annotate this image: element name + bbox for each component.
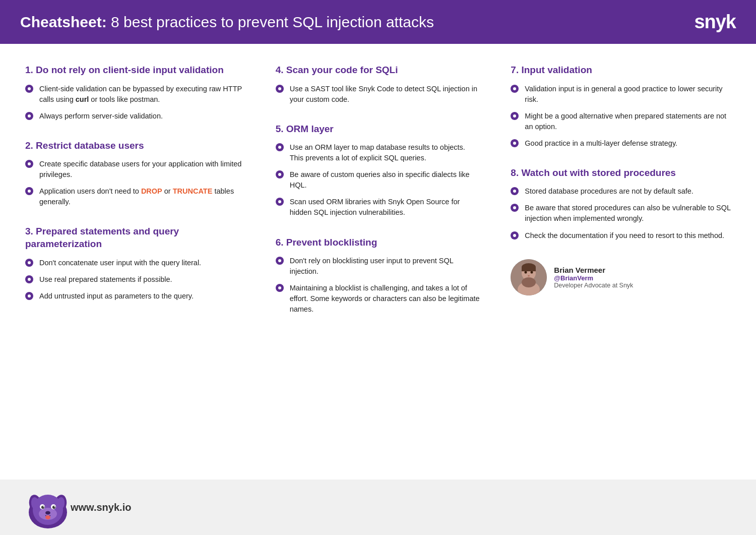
bullet-text: Don't rely on blocklisting user input to… [290, 256, 481, 277]
section-8-title: 8. Watch out with stored procedures [511, 167, 731, 180]
svg-point-18 [41, 506, 44, 509]
header-title-bold: Cheatsheet: [20, 14, 107, 30]
section-5: 5. ORM layer Use an ORM layer to map dat… [276, 123, 481, 218]
svg-rect-8 [522, 267, 536, 271]
bullet-dot [511, 231, 519, 240]
list-item: Always perform server-side validation. [25, 111, 245, 122]
bullet-dot [25, 160, 33, 168]
footer-url: www.snyk.io [71, 502, 131, 513]
highlight-curl: curl [76, 95, 89, 103]
bullet-dot [25, 85, 33, 93]
list-item: Stored database procedures are not by de… [511, 186, 731, 197]
section-5-bullets: Use an ORM layer to map database results… [276, 142, 481, 218]
bullet-dot [25, 275, 33, 283]
svg-point-22 [45, 511, 50, 515]
section-2: 2. Restrict database users Create specif… [25, 140, 245, 208]
section-7: 7. Input validation Validation input is … [511, 64, 731, 149]
snyk-logo: snyk [694, 11, 736, 33]
section-1-bullets: Client-side validation can be bypassed b… [25, 84, 245, 122]
bullet-text: Good practice in a multi-layer defense s… [525, 138, 677, 149]
bullet-dot [25, 259, 33, 267]
bullet-text: Validation input is in general a good pr… [525, 84, 731, 105]
svg-point-4 [525, 271, 527, 273]
bullet-dot [276, 85, 284, 93]
bullet-text: Might be a good alternative when prepare… [525, 111, 731, 132]
author-info: Brian Vermeer @BrianVerm Developer Advoc… [554, 266, 633, 289]
section-2-title: 2. Restrict database users [25, 140, 245, 152]
list-item: Validation input is in general a good pr… [511, 84, 731, 105]
list-item: Maintaining a blocklist is challenging, … [276, 283, 481, 315]
list-item: Client-side validation can be bypassed b… [25, 84, 245, 105]
bullet-dot [511, 112, 519, 120]
section-3: 3. Prepared statements and query paramet… [25, 225, 245, 301]
author-handle: @BrianVerm [554, 274, 633, 282]
highlight-drop: DROP [141, 187, 162, 195]
list-item: Scan used ORM libraries with Snyk Open S… [276, 197, 481, 218]
svg-point-20 [43, 506, 44, 507]
page-header: Cheatsheet: 8 best practices to prevent … [0, 0, 756, 44]
svg-point-21 [54, 506, 55, 507]
section-1: 1. Do not rely on client-side input vali… [25, 64, 245, 122]
bullet-dot [511, 204, 519, 212]
bullet-text: Client-side validation can be bypassed b… [39, 84, 245, 105]
bullet-dot [25, 112, 33, 120]
list-item: Be aware that stored procedures can also… [511, 203, 731, 224]
list-item: Use real prepared statements if possible… [25, 274, 245, 285]
bullet-text: Scan used ORM libraries with Snyk Open S… [290, 197, 481, 218]
list-item: Application users don't need to DROP or … [25, 186, 245, 207]
bullet-text: Create specific database users for your … [39, 159, 245, 180]
column-1: 1. Do not rely on client-side input vali… [25, 64, 261, 333]
section-4-bullets: Use a SAST tool like Snyk Code to detect… [276, 84, 481, 105]
bullet-text: Don't concatenate user input with the qu… [39, 258, 201, 268]
list-item: Don't rely on blocklisting user input to… [276, 256, 481, 277]
bullet-text: Stored database procedures are not by de… [525, 186, 694, 197]
section-1-title: 1. Do not rely on client-side input vali… [25, 64, 245, 77]
main-content: 1. Do not rely on client-side input vali… [0, 44, 756, 353]
author-avatar [511, 259, 547, 295]
bullet-dot [276, 257, 284, 265]
author-role: Developer Advocate at Snyk [554, 282, 633, 289]
bullet-dot [276, 284, 284, 292]
section-4: 4. Scan your code for SQLi Use a SAST to… [276, 64, 481, 105]
header-title-rest: 8 best practices to prevent SQL injectio… [107, 14, 434, 30]
list-item: Might be a good alternative when prepare… [511, 111, 731, 132]
svg-point-6 [528, 275, 530, 276]
section-2-bullets: Create specific database users for your … [25, 159, 245, 207]
bullet-dot [276, 143, 284, 151]
bullet-text: Check the documentation if you need to r… [525, 230, 724, 241]
section-3-bullets: Don't concatenate user input with the qu… [25, 258, 245, 302]
column-3: 7. Input validation Validation input is … [495, 64, 731, 333]
bullet-text: Maintaining a blocklist is challenging, … [290, 283, 481, 315]
author-name: Brian Vermeer [554, 266, 633, 274]
bullet-text: Use real prepared statements if possible… [39, 274, 172, 285]
list-item: Be aware of custom queries also in speci… [276, 169, 481, 191]
footer: www.snyk.io [0, 480, 756, 535]
svg-point-5 [531, 271, 533, 273]
section-6-title: 6. Prevent blocklisting [276, 236, 481, 249]
dog-icon [25, 485, 71, 530]
svg-point-23 [45, 515, 50, 519]
section-8: 8. Watch out with stored procedures Stor… [511, 167, 731, 241]
bullet-text: Use a SAST tool like Snyk Code to detect… [290, 84, 481, 105]
section-3-title: 3. Prepared statements and query paramet… [25, 225, 245, 250]
header-title: Cheatsheet: 8 best practices to prevent … [20, 14, 434, 31]
bullet-dot [511, 187, 519, 195]
bullet-dot [511, 139, 519, 147]
bullet-text: Be aware of custom queries also in speci… [290, 169, 481, 191]
bullet-text: Be aware that stored procedures can also… [525, 203, 731, 224]
section-6-bullets: Don't rely on blocklisting user input to… [276, 256, 481, 315]
bullet-text: Use an ORM layer to map database results… [290, 142, 481, 163]
bullet-dot [511, 85, 519, 93]
svg-point-19 [52, 506, 55, 509]
bullet-dot [25, 292, 33, 300]
bullet-text: Add untrusted input as parameters to the… [39, 291, 194, 302]
list-item: Don't concatenate user input with the qu… [25, 258, 245, 268]
section-5-title: 5. ORM layer [276, 123, 481, 136]
list-item: Create specific database users for your … [25, 159, 245, 180]
section-4-title: 4. Scan your code for SQLi [276, 64, 481, 77]
list-item: Good practice in a multi-layer defense s… [511, 138, 731, 149]
author-section: Brian Vermeer @BrianVerm Developer Advoc… [511, 259, 731, 295]
section-8-bullets: Stored database procedures are not by de… [511, 186, 731, 241]
bullet-dot [25, 187, 33, 195]
avatar-image [511, 259, 547, 295]
